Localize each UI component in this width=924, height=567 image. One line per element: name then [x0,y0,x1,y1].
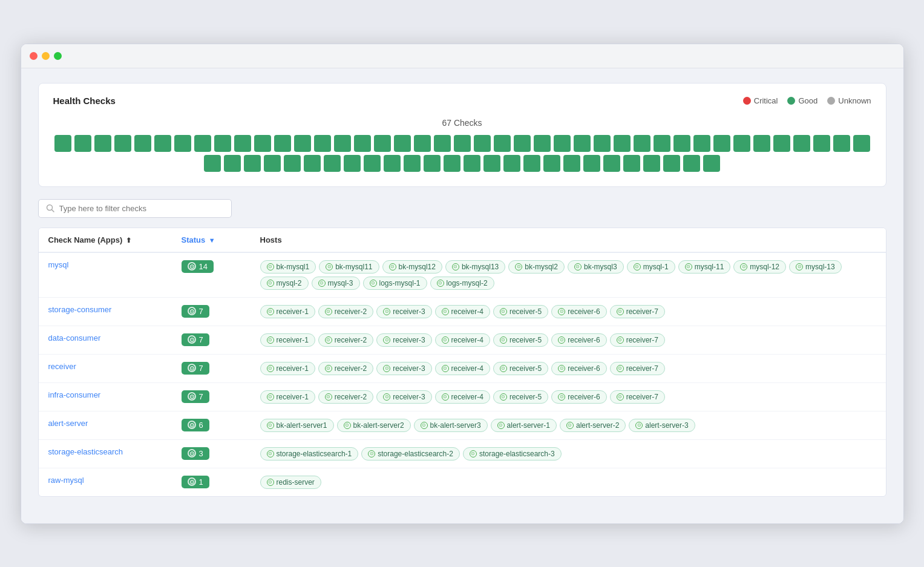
check-square[interactable] [384,155,401,172]
host-tag[interactable]: ⊙receiver-7 [610,390,665,404]
check-square[interactable] [284,155,301,172]
close-button[interactable] [30,52,38,60]
host-tag[interactable]: ⊙storage-elasticsearch-2 [361,447,460,460]
host-tag[interactable]: ⊙bk-mysql3 [568,260,624,274]
check-square[interactable] [753,135,770,152]
check-square[interactable] [154,135,171,152]
host-tag[interactable]: ⊙receiver-4 [435,390,490,404]
check-square[interactable] [793,135,810,152]
host-tag[interactable]: ⊙receiver-3 [376,305,431,318]
check-name-link[interactable]: raw-mysql [48,476,84,485]
check-square[interactable] [204,155,221,172]
host-tag[interactable]: ⊙bk-mysql12 [382,260,442,274]
host-tag[interactable]: ⊙receiver-7 [610,333,665,347]
check-square[interactable] [244,155,261,172]
host-tag[interactable]: ⊙receiver-1 [260,333,315,347]
host-tag[interactable]: ⊙receiver-6 [551,305,606,318]
check-square[interactable] [274,135,291,152]
check-square[interactable] [583,155,600,172]
host-tag[interactable]: ⊙bk-alert-server1 [260,419,334,432]
host-tag[interactable]: ⊙alert-server-2 [560,419,626,432]
check-square[interactable] [773,135,790,152]
check-square[interactable] [614,135,631,152]
host-tag[interactable]: ⊙receiver-3 [376,390,431,404]
check-square[interactable] [404,155,421,172]
check-square[interactable] [134,135,151,152]
check-square[interactable] [574,135,591,152]
check-square[interactable] [94,135,111,152]
host-tag[interactable]: ⊙mysql-13 [789,260,842,274]
check-square[interactable] [673,135,690,152]
check-square[interactable] [833,135,850,152]
check-square[interactable] [414,135,431,152]
maximize-button[interactable] [54,52,62,60]
host-tag[interactable]: ⊙bk-mysql13 [445,260,505,274]
host-tag[interactable]: ⊙mysql-2 [260,277,309,290]
host-tag[interactable]: ⊙receiver-6 [551,333,606,347]
check-square[interactable] [654,135,670,152]
check-square[interactable] [314,135,331,152]
check-square[interactable] [514,135,531,152]
check-square[interactable] [214,135,231,152]
check-square[interactable] [733,135,750,152]
check-square[interactable] [623,155,640,172]
check-square[interactable] [534,135,551,152]
check-square[interactable] [594,135,611,152]
check-square[interactable] [334,135,351,152]
check-square[interactable] [693,135,710,152]
host-tag[interactable]: ⊙bk-mysql11 [319,260,379,274]
status-badge[interactable]: ⊙ 6 [182,419,209,431]
check-square[interactable] [254,135,271,152]
host-tag[interactable]: ⊙mysql-11 [678,260,731,274]
col-check-name[interactable]: Check Name (Apps) ⬆ [39,228,172,252]
host-tag[interactable]: ⊙receiver-2 [318,390,373,404]
host-tag[interactable]: ⊙receiver-2 [318,305,373,318]
check-square[interactable] [813,135,830,152]
host-tag[interactable]: ⊙receiver-5 [493,362,548,375]
host-tag[interactable]: ⊙receiver-6 [551,390,606,404]
host-tag[interactable]: ⊙logs-mysql-1 [363,277,427,290]
status-badge[interactable]: ⊙ 14 [182,260,214,273]
check-square[interactable] [523,155,540,172]
check-name-link[interactable]: mysql [48,260,69,269]
check-square[interactable] [853,135,870,152]
check-square[interactable] [603,155,620,172]
check-square[interactable] [114,135,131,152]
check-square[interactable] [464,155,480,172]
check-name-link[interactable]: storage-elasticsearch [48,447,123,456]
host-tag[interactable]: ⊙receiver-4 [435,305,490,318]
check-name-link[interactable]: receiver [48,362,76,371]
check-square[interactable] [703,155,720,172]
minimize-button[interactable] [42,52,50,60]
host-tag[interactable]: ⊙bk-alert-server2 [337,419,411,432]
status-badge[interactable]: ⊙ 7 [182,362,209,375]
status-badge[interactable]: ⊙ 7 [182,390,209,403]
check-name-link[interactable]: storage-consumer [48,305,112,314]
check-square[interactable] [683,155,700,172]
host-tag[interactable]: ⊙receiver-3 [376,362,431,375]
check-square[interactable] [394,135,411,152]
check-square[interactable] [74,135,91,152]
host-tag[interactable]: ⊙receiver-1 [260,305,315,318]
host-tag[interactable]: ⊙receiver-2 [318,362,373,375]
host-tag[interactable]: ⊙receiver-3 [376,333,431,347]
host-tag[interactable]: ⊙receiver-4 [435,333,490,347]
check-square[interactable] [354,135,371,152]
check-square[interactable] [643,155,660,172]
check-square[interactable] [503,155,520,172]
status-badge[interactable]: ⊙ 1 [182,476,209,488]
check-square[interactable] [634,135,650,152]
filter-input[interactable] [59,204,224,213]
check-square[interactable] [483,155,500,172]
host-tag[interactable]: ⊙bk-mysql1 [260,260,316,274]
check-square[interactable] [563,155,580,172]
check-square[interactable] [344,155,361,172]
col-status[interactable]: Status ▼ [172,228,251,252]
check-name-link[interactable]: alert-server [48,419,88,428]
host-tag[interactable]: ⊙mysql-1 [627,260,675,274]
host-tag[interactable]: ⊙receiver-2 [318,333,373,347]
host-tag[interactable]: ⊙storage-elasticsearch-3 [463,447,562,460]
host-tag[interactable]: ⊙receiver-5 [493,305,548,318]
check-square[interactable] [424,155,441,172]
check-square[interactable] [454,135,471,152]
